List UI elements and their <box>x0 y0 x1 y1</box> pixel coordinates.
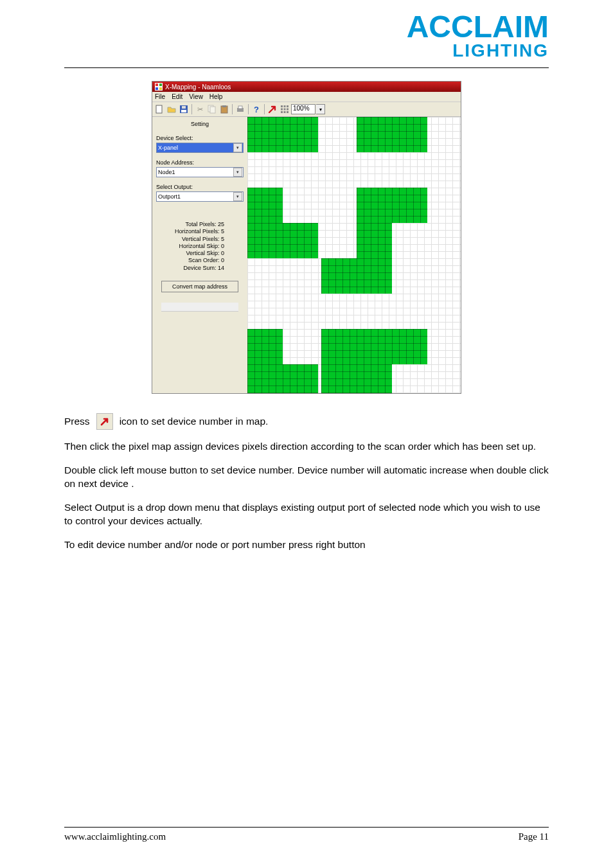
select-output-label: Select Output: <box>156 184 244 190</box>
svg-rect-14 <box>238 106 242 109</box>
device-select-label: Device Select: <box>156 135 244 141</box>
device-block[interactable] <box>283 117 318 152</box>
device-block[interactable] <box>247 223 283 258</box>
zoom-dropdown[interactable]: ▾ <box>316 104 325 114</box>
chevron-down-icon[interactable]: ▾ <box>233 192 242 201</box>
zoom-input[interactable]: 100% <box>291 104 315 114</box>
device-block[interactable] <box>357 364 392 393</box>
svg-rect-15 <box>281 105 283 107</box>
device-block[interactable] <box>357 258 392 294</box>
pixel-map-grid[interactable] <box>247 117 461 393</box>
h-pixels-value: 5 <box>221 228 224 235</box>
device-block[interactable] <box>357 188 392 223</box>
device-block[interactable] <box>247 188 283 223</box>
device-block[interactable] <box>321 329 357 364</box>
svg-rect-22 <box>284 111 286 113</box>
menubar: File Edit View Help <box>152 92 461 102</box>
copy-icon[interactable] <box>206 103 218 115</box>
stats-block: Total Pixels: 25 Horizontal Pixels: 5 Ve… <box>156 221 244 272</box>
device-block[interactable] <box>357 223 392 258</box>
settings-panel: Setting Device Select: X-panel ▾ Node Ad… <box>152 117 247 393</box>
device-block[interactable] <box>321 364 357 393</box>
grid-icon[interactable] <box>279 103 290 115</box>
svg-rect-20 <box>287 109 289 111</box>
footer-page: Page 11 <box>519 831 549 842</box>
device-block[interactable] <box>392 117 427 152</box>
footer-url: www.acclaimlighting.com <box>64 831 166 842</box>
device-sum-value: 14 <box>218 265 224 271</box>
paragraph-5: To edit device number and/or node or por… <box>64 538 549 552</box>
h-skip-value: 0 <box>221 243 224 249</box>
save-icon[interactable] <box>178 103 190 115</box>
chevron-down-icon[interactable]: ▾ <box>233 143 242 152</box>
logo-sub: LIGHTING <box>64 40 549 61</box>
svg-rect-8 <box>182 106 186 109</box>
paragraph-2: Then click the pixel map assign devices … <box>64 440 549 454</box>
node-address-label: Node Address: <box>156 159 244 166</box>
device-block[interactable] <box>321 258 357 294</box>
open-icon[interactable] <box>166 103 177 115</box>
app-title: X-Mapping - Naamloos <box>165 84 231 91</box>
svg-rect-10 <box>210 107 215 113</box>
menu-help[interactable]: Help <box>209 93 223 100</box>
menu-file[interactable]: File <box>155 93 165 100</box>
device-block[interactable] <box>392 188 427 223</box>
v-skip-value: 0 <box>221 250 224 256</box>
paste-icon[interactable] <box>218 103 230 115</box>
device-block[interactable] <box>247 364 283 393</box>
v-skip-label: Vertical Skip: <box>186 250 219 256</box>
chevron-down-icon[interactable]: ▾ <box>233 168 242 177</box>
press-rest: icon to set device number in map. <box>120 415 269 429</box>
total-pixels-label: Total Pixels: <box>185 221 216 227</box>
paragraph-3: Double click left mouse button to set de… <box>64 464 549 491</box>
device-block[interactable] <box>357 117 392 152</box>
disabled-input <box>161 303 238 312</box>
menu-edit[interactable]: Edit <box>172 93 182 100</box>
device-block[interactable] <box>392 329 427 364</box>
footer-rule <box>64 827 549 828</box>
toolbar-separator <box>191 104 192 114</box>
help-icon[interactable]: ? <box>251 103 262 115</box>
app-icon <box>155 83 163 91</box>
scan-order-value: 0 <box>221 257 224 263</box>
scan-order-label: Scan Order: <box>188 257 220 263</box>
header-rule <box>64 67 549 68</box>
svg-rect-2 <box>159 84 162 86</box>
node-address-value: Node1 <box>158 169 175 175</box>
svg-rect-7 <box>181 110 186 112</box>
titlebar: X-Mapping - Naamloos <box>152 82 461 92</box>
svg-rect-21 <box>281 111 283 113</box>
new-icon[interactable] <box>154 103 165 115</box>
device-block[interactable] <box>247 117 283 152</box>
page-footer: www.acclaimlighting.com Page 11 <box>64 827 549 842</box>
device-block[interactable] <box>283 223 318 258</box>
press-label: Press <box>64 415 90 429</box>
convert-map-address-button[interactable]: Convert map address <box>161 281 238 292</box>
svg-rect-1 <box>155 84 158 86</box>
svg-rect-17 <box>287 105 289 107</box>
select-output[interactable]: Outport1 ▾ <box>156 191 244 202</box>
brand-logo: ACCLAIM LIGHTING <box>64 13 549 61</box>
svg-rect-16 <box>284 105 286 107</box>
node-address-select[interactable]: Node1 ▾ <box>156 167 244 177</box>
settings-heading: Setting <box>156 121 244 127</box>
arrow-icon[interactable] <box>267 103 278 115</box>
svg-rect-4 <box>159 87 162 90</box>
menu-view[interactable]: View <box>189 93 203 100</box>
svg-rect-12 <box>222 105 226 107</box>
select-output-value: Outport1 <box>158 193 181 200</box>
device-select[interactable]: X-panel ▾ <box>156 143 244 153</box>
h-pixels-label: Horizontal Pixels: <box>175 228 220 235</box>
device-block[interactable] <box>247 329 283 364</box>
toolbar-separator <box>232 104 233 114</box>
device-block[interactable] <box>283 364 318 393</box>
app-window: X-Mapping - Naamloos File Edit View Help… <box>152 81 461 394</box>
h-skip-label: Horizontal Skip: <box>179 243 219 249</box>
device-block[interactable] <box>357 329 392 364</box>
print-icon[interactable] <box>235 103 246 115</box>
paragraph-4: Select Output is a drop down menu that d… <box>64 501 549 528</box>
toolbar: ✂ ? 100% ▾ <box>152 102 461 117</box>
svg-rect-23 <box>287 111 289 113</box>
cut-icon[interactable]: ✂ <box>194 103 206 115</box>
svg-rect-3 <box>155 87 158 90</box>
